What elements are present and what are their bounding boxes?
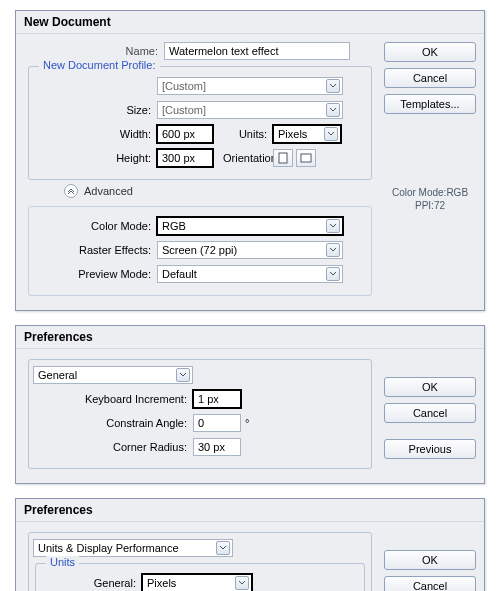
colormode-label: Color Mode: — [33, 220, 157, 232]
previous-button[interactable]: Previous — [384, 439, 476, 459]
templates-button[interactable]: Templates... — [384, 94, 476, 114]
new-document-dialog: New Document Name: New Document Profile:… — [15, 10, 485, 311]
svg-rect-1 — [301, 154, 311, 162]
units-display-group: Units & Display Performance Units Genera… — [28, 532, 372, 591]
ok-button[interactable]: OK — [384, 377, 476, 397]
chevron-down-icon — [324, 127, 338, 141]
keyinc-label: Keyboard Increment: — [33, 393, 193, 405]
general-label: General: — [42, 577, 142, 589]
chevron-down-icon — [326, 243, 340, 257]
cancel-button[interactable]: Cancel — [384, 68, 476, 88]
name-label: Name: — [24, 45, 164, 57]
dialog-title: Preferences — [16, 326, 484, 349]
ok-button[interactable]: OK — [384, 550, 476, 570]
dialog-title: New Document — [16, 11, 484, 34]
orientation-label: Orientation: — [213, 152, 273, 164]
colormode-select[interactable]: RGB — [157, 217, 343, 235]
constrain-label: Constrain Angle: — [33, 417, 193, 429]
units-select[interactable]: Pixels — [273, 125, 341, 143]
width-label: Width: — [33, 128, 157, 140]
advanced-group: Color Mode: RGB Raster Effects: Screen (… — [28, 206, 372, 296]
color-mode-info: Color Mode:RGB PPI:72 — [384, 186, 476, 212]
chevron-down-icon — [176, 368, 190, 382]
chevron-down-icon — [235, 576, 249, 590]
orientation-portrait-button[interactable] — [273, 149, 293, 167]
name-input[interactable] — [164, 42, 350, 60]
chevron-down-icon — [326, 219, 340, 233]
chevron-down-icon — [326, 103, 340, 117]
cancel-button[interactable]: Cancel — [384, 403, 476, 423]
size-label: Size: — [33, 104, 157, 116]
profile-select[interactable]: [Custom] — [157, 77, 343, 95]
units-label: Units: — [213, 128, 273, 140]
ok-button[interactable]: OK — [384, 42, 476, 62]
general-group: General Keyboard Increment: Constrain An… — [28, 359, 372, 469]
preview-select[interactable]: Default — [157, 265, 343, 283]
portrait-icon — [278, 152, 288, 164]
preferences-dialog-units: Preferences Units & Display Performance … — [15, 498, 485, 591]
size-select[interactable]: [Custom] — [157, 101, 343, 119]
svg-rect-0 — [279, 153, 287, 163]
general-units-select[interactable]: Pixels — [142, 574, 252, 591]
preview-label: Preview Mode: — [33, 268, 157, 280]
units-legend: Units — [46, 556, 79, 568]
height-input[interactable] — [157, 149, 213, 167]
section-select[interactable]: Units & Display Performance — [33, 539, 233, 557]
width-input[interactable] — [157, 125, 213, 143]
profile-label: New Document Profile: — [39, 59, 160, 71]
preferences-dialog-general: Preferences General Keyboard Increment: … — [15, 325, 485, 484]
constrain-input[interactable] — [193, 414, 241, 432]
units-group: Units General: Pixels Stroke: Points — [35, 563, 365, 591]
dialog-title: Preferences — [16, 499, 484, 522]
landscape-icon — [300, 153, 312, 163]
raster-select[interactable]: Screen (72 ppi) — [157, 241, 343, 259]
height-label: Height: — [33, 152, 157, 164]
chevron-up-icon — [64, 184, 78, 198]
chevron-down-icon — [216, 541, 230, 555]
orientation-landscape-button[interactable] — [296, 149, 316, 167]
degree-symbol: ° — [241, 417, 249, 429]
new-document-profile-group: New Document Profile: [Custom] Size: [Cu… — [28, 66, 372, 180]
section-select[interactable]: General — [33, 366, 193, 384]
corner-label: Corner Radius: — [33, 441, 193, 453]
advanced-toggle[interactable]: Advanced — [64, 184, 376, 198]
corner-input[interactable] — [193, 438, 241, 456]
raster-label: Raster Effects: — [33, 244, 157, 256]
chevron-down-icon — [326, 79, 340, 93]
chevron-down-icon — [326, 267, 340, 281]
cancel-button[interactable]: Cancel — [384, 576, 476, 591]
keyinc-input[interactable] — [193, 390, 241, 408]
